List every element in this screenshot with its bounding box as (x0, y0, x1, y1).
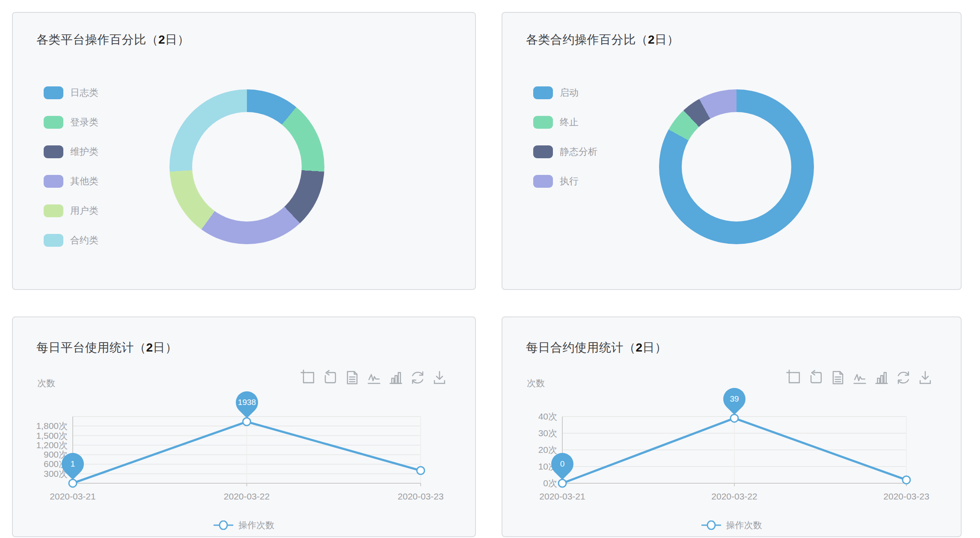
legend-label: 合约类 (70, 234, 98, 247)
legend-label: 其他类 (70, 175, 98, 188)
svg-text:2020-03-23: 2020-03-23 (883, 491, 929, 501)
max-min-mark-pin: 0 (546, 448, 578, 480)
card-platform-ops-pie: 各类平台操作百分比（2日） 日志类 登录类 维护类 其他类 用户类 合约类 (12, 12, 476, 290)
svg-text:2020-03-21: 2020-03-21 (539, 491, 585, 501)
max-min-mark-pin: 1938 (231, 387, 263, 418)
legend-swatch (44, 116, 63, 129)
title-text: 日） (165, 33, 190, 46)
svg-text:1,200次: 1,200次 (36, 440, 68, 450)
legend-item-logs[interactable]: 日志类 (44, 86, 98, 99)
title-text: 日） (655, 33, 679, 46)
title-day-count: 2 (648, 33, 655, 46)
card-contract-daily-line: 每日合约使用统计（2日） 次数 2020-03-212020-03-222020… (502, 316, 962, 537)
legend-label: 日志类 (70, 86, 98, 99)
title-text: 各类合约操作百分比（ (526, 33, 648, 46)
card-contract-ops-pie: 各类合约操作百分比（2日） 启动 终止 静态分析 执行 (502, 12, 962, 290)
legend-swatch (533, 116, 553, 129)
card-platform-daily-line: 每日平台使用统计（2日） 次数 2020-03-212020-03-222020… (12, 316, 476, 537)
mark-pin-value: 1 (62, 453, 84, 475)
legend-swatch (44, 145, 63, 158)
line-legend-item[interactable]: 操作次数 (13, 519, 475, 531)
mark-pin-value: 39 (723, 388, 745, 410)
legend-label: 执行 (560, 175, 579, 188)
line-legend-label: 操作次数 (238, 519, 274, 531)
legend-swatch (533, 145, 553, 158)
legend-swatch (44, 204, 63, 217)
svg-text:1,500次: 1,500次 (36, 431, 68, 440)
donut-chart-platform-ops[interactable] (169, 89, 324, 244)
donut-chart-contract-ops[interactable] (659, 89, 814, 244)
title-day-count: 2 (158, 33, 165, 46)
legend-swatch (533, 175, 553, 188)
legend-swatch (44, 86, 63, 99)
line-legend-label: 操作次数 (726, 519, 762, 531)
legend-label: 终止 (560, 116, 579, 129)
legend-label: 登录类 (70, 116, 98, 129)
svg-text:1,800次: 1,800次 (36, 421, 68, 431)
svg-text:2020-03-21: 2020-03-21 (50, 491, 95, 501)
line-legend-item[interactable]: 操作次数 (502, 519, 961, 531)
legend-item-terminate[interactable]: 终止 (533, 116, 597, 129)
legend-item-user[interactable]: 用户类 (44, 204, 98, 217)
page-title: 各类合约操作百分比（2日） (526, 32, 679, 48)
line-series-marker-icon (214, 520, 233, 530)
legend-swatch (44, 234, 63, 247)
title-text: 各类平台操作百分比（ (36, 33, 158, 46)
line-series-marker-icon (701, 520, 721, 530)
mark-pin-value: 0 (551, 453, 573, 475)
donut-hole (192, 112, 302, 222)
pie-legend: 日志类 登录类 维护类 其他类 用户类 合约类 (44, 86, 98, 263)
pie-legend: 启动 终止 静态分析 执行 (533, 86, 597, 204)
legend-label: 维护类 (70, 145, 98, 158)
svg-text:2020-03-22: 2020-03-22 (224, 491, 270, 501)
max-min-mark-pin: 39 (719, 383, 750, 415)
legend-item-maintenance[interactable]: 维护类 (44, 145, 98, 158)
mark-pin-value: 1938 (236, 391, 258, 414)
svg-text:0次: 0次 (543, 478, 557, 488)
legend-label: 启动 (560, 86, 579, 99)
legend-item-other[interactable]: 其他类 (44, 175, 98, 188)
max-min-mark-pin: 1 (57, 448, 89, 480)
donut-hole (682, 112, 791, 222)
page-title: 各类平台操作百分比（2日） (36, 32, 190, 48)
line-chart-contract-daily: 2020-03-212020-03-222020-03-230次10次20次30… (502, 317, 961, 536)
line-chart-platform-daily: 2020-03-212020-03-222020-03-23300次600次90… (13, 317, 475, 536)
legend-item-contract[interactable]: 合约类 (44, 234, 98, 247)
legend-item-start[interactable]: 启动 (533, 86, 597, 99)
legend-swatch (44, 175, 63, 188)
legend-item-execute[interactable]: 执行 (533, 175, 597, 188)
svg-text:2020-03-22: 2020-03-22 (711, 491, 757, 501)
legend-label: 用户类 (70, 204, 98, 217)
svg-text:40次: 40次 (538, 411, 557, 421)
legend-swatch (533, 86, 553, 99)
svg-text:2020-03-23: 2020-03-23 (398, 491, 443, 501)
legend-label: 静态分析 (560, 145, 597, 158)
legend-item-login[interactable]: 登录类 (44, 116, 98, 129)
legend-item-static-analysis[interactable]: 静态分析 (533, 145, 597, 158)
svg-text:30次: 30次 (538, 428, 557, 438)
